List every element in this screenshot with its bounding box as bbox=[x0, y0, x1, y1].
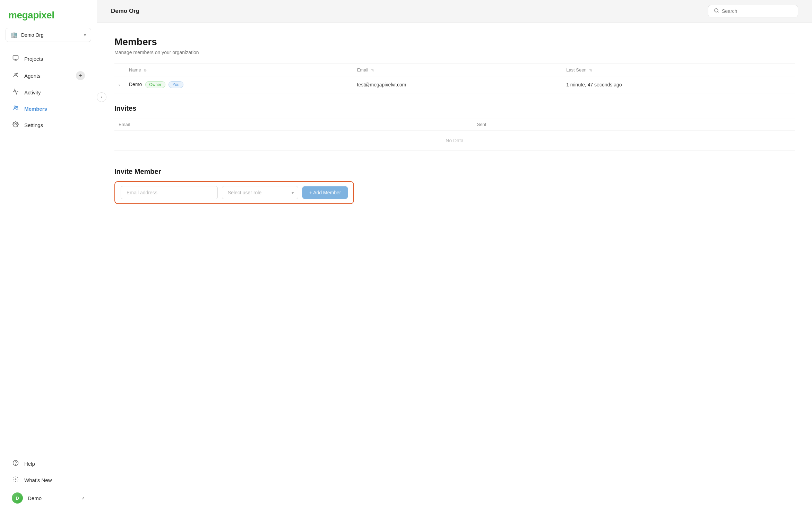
whats-new-label: What's New bbox=[24, 477, 52, 483]
member-email: test@megapixelvr.com bbox=[353, 76, 562, 93]
add-member-button[interactable]: + Add Member bbox=[302, 186, 348, 199]
role-select[interactable]: Select user role Admin Member Viewer bbox=[222, 186, 298, 199]
page-title: Members bbox=[114, 36, 795, 48]
role-select-wrapper: Select user role Admin Member Viewer ▾ bbox=[222, 186, 298, 199]
settings-label: Settings bbox=[24, 122, 43, 128]
org-icon: 🏢 bbox=[11, 32, 18, 38]
sidebar-item-members[interactable]: Members bbox=[3, 101, 93, 117]
activity-icon bbox=[12, 88, 19, 96]
svg-line-11 bbox=[17, 481, 18, 481]
brand-logo: megapixel bbox=[8, 10, 54, 20]
col-header-name[interactable]: Name ⇅ bbox=[125, 64, 353, 76]
user-name-label: Demo bbox=[28, 495, 42, 501]
main-nav: Projects Agents + Activity Members bbox=[0, 48, 97, 451]
topbar-title: Demo Org bbox=[111, 8, 139, 15]
col-header-invite-email: Email bbox=[114, 118, 473, 131]
members-icon bbox=[12, 105, 19, 113]
col-header-expand bbox=[114, 64, 125, 76]
search-icon bbox=[714, 8, 719, 14]
email-address-input[interactable] bbox=[121, 186, 218, 199]
projects-label: Projects bbox=[24, 56, 43, 62]
svg-line-15 bbox=[17, 477, 18, 478]
invites-table: Email Sent No Data bbox=[114, 118, 795, 151]
help-icon bbox=[12, 460, 19, 468]
projects-icon bbox=[12, 55, 19, 63]
members-table: Name ⇅ Email ⇅ Last Seen ⇅ › bbox=[114, 64, 795, 93]
settings-icon bbox=[12, 121, 19, 129]
col-header-last-seen[interactable]: Last Seen ⇅ bbox=[562, 64, 795, 76]
invite-member-section: Invite Member Select user role Admin Mem… bbox=[114, 168, 795, 204]
sidebar-item-help[interactable]: Help bbox=[3, 456, 93, 472]
page-content: Members Manage members on your organizat… bbox=[97, 23, 812, 515]
table-row: › Demo Owner You test@megapixelvr.com 1 … bbox=[114, 76, 795, 93]
sidebar-item-activity[interactable]: Activity bbox=[3, 85, 93, 100]
col-header-email[interactable]: Email ⇅ bbox=[353, 64, 562, 76]
sidebar-item-agents[interactable]: Agents + bbox=[3, 67, 93, 84]
sidebar-collapse-button[interactable]: ‹ bbox=[97, 92, 106, 102]
svg-point-16 bbox=[715, 9, 718, 12]
page-subtitle: Manage members on your organization bbox=[114, 50, 795, 55]
main-content-area: Demo Org Members Manage members on your … bbox=[97, 0, 812, 515]
invite-title: Invite Member bbox=[114, 168, 795, 176]
you-badge: You bbox=[169, 81, 183, 88]
activity-label: Activity bbox=[24, 90, 41, 95]
svg-point-7 bbox=[15, 479, 16, 480]
invites-section-title: Invites bbox=[114, 104, 795, 112]
col-header-invite-sent: Sent bbox=[473, 118, 795, 131]
sidebar-item-projects[interactable]: Projects bbox=[3, 51, 93, 67]
sort-arrows-last-seen: ⇅ bbox=[589, 68, 592, 72]
avatar: D bbox=[12, 492, 23, 504]
section-divider bbox=[114, 159, 795, 159]
agents-add-button[interactable]: + bbox=[76, 71, 85, 80]
members-label: Members bbox=[24, 106, 47, 112]
sort-arrows-email: ⇅ bbox=[371, 68, 374, 72]
org-name: Demo Org bbox=[21, 32, 80, 38]
search-input[interactable] bbox=[722, 8, 792, 14]
topbar: Demo Org bbox=[97, 0, 812, 23]
logo-area: megapixel bbox=[0, 0, 97, 28]
sidebar: megapixel 🏢 Demo Org ▾ Projects Agents +… bbox=[0, 0, 97, 515]
sidebar-bottom: Help What's New D Demo ∧ bbox=[0, 451, 97, 515]
svg-point-1 bbox=[15, 73, 17, 75]
svg-line-17 bbox=[717, 11, 718, 12]
member-last-seen: 1 minute, 47 seconds ago bbox=[562, 76, 795, 93]
svg-rect-0 bbox=[13, 56, 18, 59]
owner-badge: Owner bbox=[145, 81, 165, 88]
sidebar-item-settings[interactable]: Settings bbox=[3, 117, 93, 133]
agents-label: Agents bbox=[24, 73, 41, 79]
user-profile-row[interactable]: D Demo ∧ bbox=[3, 489, 93, 507]
no-data-row: No Data bbox=[114, 131, 795, 151]
no-data-text: No Data bbox=[114, 131, 795, 151]
sort-arrows-name: ⇅ bbox=[144, 68, 147, 72]
member-name: Demo bbox=[129, 82, 142, 87]
user-chevron-icon: ∧ bbox=[82, 496, 85, 500]
svg-line-14 bbox=[14, 481, 14, 481]
row-expand-icon[interactable]: › bbox=[119, 83, 120, 87]
org-selector[interactable]: 🏢 Demo Org ▾ bbox=[6, 28, 91, 42]
svg-point-4 bbox=[15, 124, 17, 125]
whats-new-icon bbox=[12, 476, 19, 484]
sidebar-item-whats-new[interactable]: What's New bbox=[3, 472, 93, 488]
invite-form: Select user role Admin Member Viewer ▾ +… bbox=[114, 181, 354, 204]
svg-point-2 bbox=[14, 106, 16, 108]
help-label: Help bbox=[24, 461, 35, 467]
svg-line-10 bbox=[14, 477, 14, 478]
agents-icon bbox=[12, 72, 19, 80]
org-chevron-icon: ▾ bbox=[84, 33, 86, 37]
search-box[interactable] bbox=[708, 5, 798, 17]
svg-point-3 bbox=[16, 106, 18, 108]
